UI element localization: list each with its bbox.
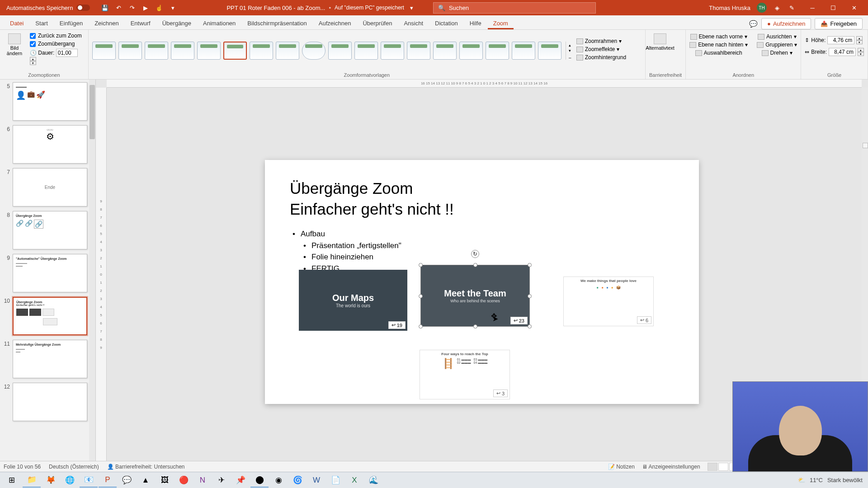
- qat-more-icon[interactable]: ▾: [169, 4, 177, 12]
- thumbnail-11[interactable]: 11 Mehrstufige Übergänge Zoom▬▬▬▬▬▬: [2, 340, 87, 378]
- editor-scroll-indicator[interactable]: [863, 143, 868, 148]
- rotate-button[interactable]: Drehen▾: [762, 50, 793, 56]
- search-box[interactable]: 🔍 Suchen: [433, 2, 596, 14]
- style-preset-9[interactable]: [302, 42, 326, 60]
- redo-icon[interactable]: ↷: [128, 4, 136, 12]
- tab-dictation[interactable]: Dictation: [429, 17, 463, 29]
- zoom-embed-things[interactable]: We make things that people love ●●●●📦 ↩ …: [563, 277, 654, 326]
- tab-animations[interactable]: Animationen: [198, 17, 241, 29]
- weather-icon[interactable]: ⛅: [798, 477, 805, 483]
- maximize-button[interactable]: ☐: [823, 0, 844, 15]
- back-to-zoom-checkbox[interactable]: Zurück zum Zoom: [30, 33, 82, 39]
- zoom-background-button[interactable]: Zoomhintergrund: [576, 54, 626, 61]
- style-preset-7[interactable]: [250, 42, 273, 60]
- style-preset-4[interactable]: [171, 42, 194, 60]
- taskbar-app-4[interactable]: 📌: [231, 473, 250, 488]
- tab-draw[interactable]: Zeichnen: [89, 17, 124, 29]
- taskbar-obs[interactable]: ⬤: [250, 473, 269, 488]
- taskbar-edge[interactable]: 🌊: [364, 473, 382, 488]
- sorter-view-button[interactable]: [718, 463, 728, 471]
- tab-file[interactable]: Datei: [5, 17, 29, 29]
- comments-icon[interactable]: 💬: [749, 20, 758, 28]
- zoom-frame-button[interactable]: Zoomrahmen▾: [576, 38, 626, 44]
- user-avatar[interactable]: TH: [757, 3, 767, 13]
- align-button[interactable]: Ausrichten▾: [758, 33, 797, 40]
- style-preset-8[interactable]: [276, 42, 299, 60]
- taskbar-app-2[interactable]: 🖼: [156, 473, 174, 488]
- style-preset-6[interactable]: [223, 42, 247, 60]
- language-indicator[interactable]: Deutsch (Österreich): [49, 464, 99, 470]
- tab-review[interactable]: Überprüfen: [357, 17, 397, 29]
- close-button[interactable]: ✕: [844, 0, 864, 15]
- thumbnail-10[interactable]: 10 Übergänge ZoomEinfacher geht's nicht …: [2, 297, 87, 335]
- coming-soon-icon[interactable]: ◈: [773, 4, 781, 12]
- tab-transitions[interactable]: Übergänge: [157, 17, 197, 29]
- zoom-style-gallery[interactable]: ▴▾⎯: [92, 38, 574, 60]
- current-slide[interactable]: Übergänge Zoom Einfacher geht's nicht !!…: [265, 160, 699, 404]
- start-button[interactable]: ⊞: [2, 473, 22, 488]
- taskbar-word[interactable]: W: [307, 473, 326, 488]
- tab-view[interactable]: Ansicht: [398, 17, 429, 29]
- taskbar-app-6[interactable]: 🌀: [288, 473, 307, 488]
- style-preset-11[interactable]: [354, 42, 378, 60]
- taskbar-app-5[interactable]: ◉: [269, 473, 288, 488]
- taskbar-vlc[interactable]: ▲: [137, 473, 155, 488]
- alt-text-button[interactable]: Alternativtext: [649, 32, 671, 52]
- start-from-beginning-icon[interactable]: ▶: [142, 4, 150, 12]
- style-preset-5[interactable]: [197, 42, 221, 60]
- tab-zoom[interactable]: Zoom: [488, 17, 514, 29]
- taskbar-telegram[interactable]: ✈: [212, 473, 231, 488]
- share-button[interactable]: 📤Freigeben: [815, 18, 863, 29]
- style-preset-3[interactable]: [145, 42, 168, 60]
- display-settings-button[interactable]: 🖥 Anzeigeeinstellungen: [642, 464, 700, 470]
- style-preset-14[interactable]: [433, 42, 457, 60]
- rotate-handle[interactable]: ↻: [471, 250, 479, 258]
- style-preset-1[interactable]: [92, 42, 116, 60]
- change-image-button[interactable]: Bild ändern: [4, 32, 25, 66]
- gallery-more-button[interactable]: ▴▾⎯: [566, 42, 574, 60]
- tab-help[interactable]: Hilfe: [464, 17, 487, 29]
- thumbnail-9[interactable]: 9 "Automatische" Übergänge Zoom▬▬▬▬▬▬▬▬: [2, 254, 87, 292]
- undo-icon[interactable]: ↶: [114, 4, 123, 12]
- height-field[interactable]: ⇕ Höhe: ▴▾: [805, 36, 864, 44]
- save-icon[interactable]: 💾: [101, 4, 109, 12]
- style-preset-15[interactable]: [459, 42, 483, 60]
- taskbar-explorer[interactable]: 📁: [23, 473, 41, 488]
- tab-design[interactable]: Entwurf: [125, 17, 156, 29]
- style-preset-2[interactable]: [118, 42, 142, 60]
- taskbar-outlook[interactable]: 📧: [80, 473, 98, 488]
- taskbar-firefox[interactable]: 🦊: [42, 473, 60, 488]
- zoom-transition-checkbox[interactable]: Zoomübergang: [30, 41, 82, 47]
- taskbar-app-7[interactable]: 📄: [326, 473, 344, 488]
- style-preset-16[interactable]: [486, 42, 509, 60]
- thumbnail-12[interactable]: 12: [2, 383, 87, 421]
- ribbon-display-icon[interactable]: ✎: [788, 4, 796, 12]
- width-field[interactable]: ⇔ Breite: ▴▾: [805, 48, 864, 56]
- touch-mode-icon[interactable]: ☝: [155, 4, 163, 12]
- weather-text[interactable]: Stark bewölkt: [827, 477, 863, 483]
- thumbnail-7[interactable]: 7 Ende: [2, 168, 87, 206]
- tab-home[interactable]: Start: [30, 17, 53, 29]
- bring-forward-button[interactable]: Ebene nach vorne▾: [690, 33, 747, 40]
- zoom-embed-meet-team[interactable]: Meet the Team Who are behind the scenes …: [421, 265, 529, 326]
- weather-temp[interactable]: 11°C: [810, 477, 823, 483]
- chevron-down-icon[interactable]: ▾: [408, 4, 416, 12]
- group-button[interactable]: Gruppieren▾: [757, 42, 797, 48]
- zoom-embed-our-maps[interactable]: Our Maps The world is ours ↩ 19: [299, 270, 407, 331]
- thumbnail-scrollbar[interactable]: [89, 80, 95, 461]
- record-button[interactable]: ●Aufzeichnen: [761, 18, 811, 29]
- zoom-embed-four-ways[interactable]: Four ways to reach the Top 🪜 01 ▬▬▬02 ▬▬…: [420, 350, 510, 399]
- thumbnail-5[interactable]: 5 ▬▬▬▬👤💼🚀: [2, 82, 87, 121]
- style-preset-13[interactable]: [407, 42, 430, 60]
- tab-record[interactable]: Aufzeichnen: [313, 17, 357, 29]
- tab-insert[interactable]: Einfügen: [54, 17, 88, 29]
- selection-pane-button[interactable]: Auswahlbereich: [695, 50, 742, 56]
- style-preset-10[interactable]: [328, 42, 352, 60]
- taskbar-excel[interactable]: X: [345, 473, 363, 488]
- send-backward-button[interactable]: Ebene nach hinten▾: [689, 42, 748, 48]
- thumbnail-8[interactable]: 8 Übergänge Zoom🔗🔗🔗: [2, 211, 87, 249]
- taskbar-onenote[interactable]: N: [193, 473, 212, 488]
- tab-slideshow[interactable]: Bildschirmpräsentation: [242, 17, 312, 29]
- autosave-toggle[interactable]: [76, 5, 90, 11]
- notes-button[interactable]: 📝 Notizen: [608, 464, 635, 470]
